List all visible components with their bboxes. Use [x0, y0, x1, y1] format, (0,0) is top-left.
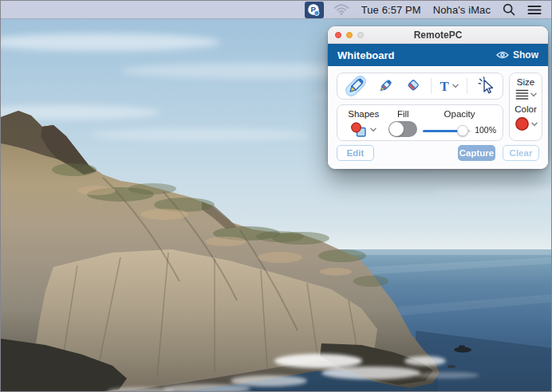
- size-color-group: Size Color: [509, 73, 542, 141]
- menu-bar: P Tue 6:57 PM Noha's iMac: [1, 1, 551, 19]
- color-label: Color: [515, 104, 536, 114]
- chevron-down-icon: [370, 127, 377, 132]
- size-dropdown[interactable]: [515, 89, 537, 100]
- chevron-down-icon: [452, 84, 459, 88]
- menubar-list-item[interactable]: [527, 5, 542, 15]
- slider-knob[interactable]: [457, 125, 468, 136]
- marker-icon: [376, 76, 395, 96]
- pen-icon: [345, 75, 367, 97]
- remotepc-window: RemotePC Whiteboard Show: [328, 26, 548, 169]
- size-lines-icon: [515, 89, 529, 100]
- chevron-down-icon: [531, 122, 538, 127]
- whiteboard-header: Whiteboard Show: [328, 44, 548, 66]
- edit-button[interactable]: Edit: [337, 145, 374, 161]
- chevron-down-icon: [530, 92, 537, 97]
- wifi-menubar-item[interactable]: [333, 3, 349, 16]
- action-buttons: Edit Capture Clear: [337, 145, 539, 161]
- desktop-screen: P Tue 6:57 PM Noha's iMac: [0, 0, 552, 392]
- shapes-icon: [350, 122, 368, 138]
- window-titlebar[interactable]: RemotePC: [328, 26, 548, 44]
- eraser-icon: [403, 76, 422, 96]
- show-label: Show: [513, 49, 538, 61]
- shapes-group: Shapes Fill Opacit: [337, 104, 503, 141]
- text-tool-icon: T: [440, 80, 448, 93]
- menubar-search-item[interactable]: [503, 3, 515, 16]
- menubar-clock[interactable]: Tue 6:57 PM: [361, 4, 421, 16]
- capture-button[interactable]: Capture: [458, 145, 495, 161]
- pointer-icon: [476, 76, 495, 96]
- pointer-tool-button[interactable]: [476, 76, 495, 96]
- menubar-device-name[interactable]: Noha's iMac: [433, 4, 491, 16]
- eraser-tool-button[interactable]: [403, 76, 422, 96]
- window-title: RemotePC: [328, 29, 548, 41]
- search-icon: [503, 3, 515, 16]
- toolbar-divider: [431, 78, 432, 94]
- color-swatch-icon: [515, 116, 530, 131]
- wifi-icon: [333, 3, 349, 16]
- tools-group: T: [337, 73, 503, 100]
- whiteboard-title: Whiteboard: [337, 49, 395, 61]
- shapes-label: Shapes: [348, 109, 379, 120]
- opacity-label: Opacity: [444, 109, 475, 120]
- opacity-slider[interactable]: [423, 125, 471, 136]
- clear-button[interactable]: Clear: [503, 145, 539, 161]
- size-label: Size: [517, 77, 534, 87]
- text-tool-button[interactable]: T: [440, 80, 458, 93]
- list-icon: [527, 5, 542, 15]
- marker-tool-button[interactable]: [376, 76, 395, 96]
- fill-toggle-off[interactable]: [388, 121, 417, 137]
- eye-icon: [496, 50, 509, 60]
- color-dropdown[interactable]: [515, 116, 538, 131]
- pen-tool-button[interactable]: [345, 75, 367, 97]
- toggle-knob[interactable]: [389, 122, 404, 136]
- whiteboard-body: T Size: [328, 66, 548, 169]
- remotepc-logo-icon: P: [307, 3, 321, 17]
- show-toggle[interactable]: Show: [496, 49, 538, 61]
- fill-label: Fill: [397, 109, 409, 120]
- opacity-value: 100%: [475, 125, 496, 135]
- toolbar-divider: [467, 78, 467, 94]
- shapes-dropdown[interactable]: [350, 122, 377, 138]
- remotepc-menubar-item[interactable]: P: [305, 2, 324, 18]
